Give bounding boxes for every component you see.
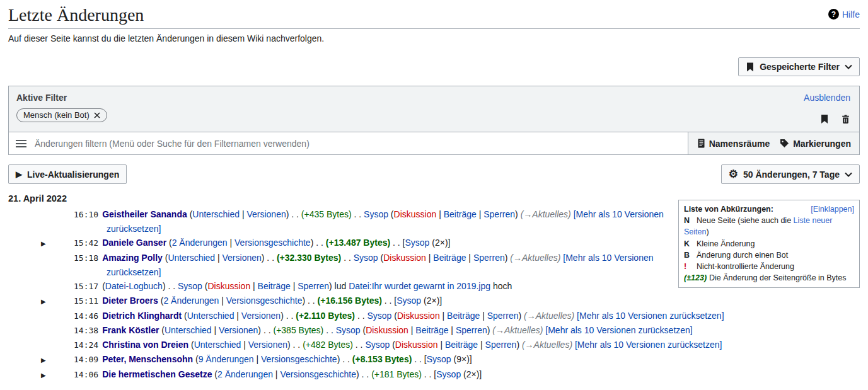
link[interactable]: Sperren [485,340,517,350]
namespaces-label: Namensräume [709,139,770,149]
link[interactable]: Versionsgeschichte [280,369,356,379]
page-title-link[interactable]: Daniele Ganser [102,238,166,248]
link[interactable]: Versionsgeschichte [261,354,337,364]
red-link[interactable]: Diskussion [383,253,426,263]
link[interactable]: [Mehr als 10 Versionen zurücksetzen] [575,340,722,350]
link[interactable]: Sysop [365,340,390,350]
namespaces-icon [697,139,705,148]
link[interactable]: Sperren [487,311,519,321]
change-row: 14:24Christina von Dreien (Unterschied |… [8,338,860,352]
page-title-link[interactable]: Christina von Dreien [102,340,188,350]
byte-change: (+435 Bytes) [301,209,352,219]
link[interactable]: Sperren [483,209,515,219]
link[interactable]: 9 Änderungen [199,354,254,364]
timestamp: 15:42 [74,238,98,248]
collapse-arrow-icon[interactable]: ▶ [41,353,74,367]
link[interactable]: Datei-Logbuch [105,281,163,291]
text: . . [ [412,354,426,364]
text: ( [188,340,194,350]
link[interactable]: [Mehr als 10 Versionen zurücksetzen] [577,311,724,321]
menu-icon[interactable] [16,140,26,147]
red-link[interactable]: Diskussion [397,311,440,321]
changes-days-settings-button[interactable]: ⚙ 50 Änderungen, 7 Tage [721,164,860,184]
link[interactable]: Beiträge [433,253,466,263]
page-title-link[interactable]: Peter, Menschensohn [102,354,193,364]
tags-button[interactable]: Markierungen [780,139,851,149]
hide-filters-link[interactable]: Ausblenden [804,93,850,103]
link[interactable]: Versionen [241,311,281,321]
link[interactable]: Sysop [396,295,421,306]
link[interactable]: Versionsgeschichte [226,295,303,306]
text: | [480,311,487,321]
page-title-link[interactable]: Dieter Broers [102,295,158,306]
link[interactable]: Sysop [178,281,202,291]
collapse-arrow-icon[interactable]: ▶ [41,237,74,251]
red-link[interactable]: Diskussion [366,325,408,335]
text: | [408,325,415,335]
link[interactable]: Sysop [436,369,461,379]
live-updates-button[interactable]: ▶ Live-Aktualisierungen [8,164,127,184]
link[interactable]: Sysop [367,311,392,321]
chevron-down-icon [845,64,852,69]
trash-icon[interactable] [841,114,850,124]
text: ( [378,253,384,263]
timestamp: 15:11 [74,296,98,306]
red-link[interactable]: Diskussion [394,209,437,219]
link[interactable]: [Mehr als 10 Versionen zurücksetzen] [545,325,692,335]
namespace-tag-controls: Namensräume Markierungen [688,132,859,154]
link[interactable]: Unterschied [165,325,212,335]
red-link[interactable]: Diskussion [395,340,438,350]
text: Kleine Änderung [697,239,755,248]
link[interactable]: Beiträge [258,281,291,291]
link[interactable]: Sysop [427,354,451,364]
link[interactable]: Sysop [364,209,388,219]
link[interactable]: Unterschied [192,209,240,219]
link[interactable]: Unterschied [187,311,234,321]
link[interactable]: Unterschied [168,253,215,263]
link[interactable]: Beiträge [445,340,478,350]
namespaces-button[interactable]: Namensräume [697,139,770,149]
link[interactable]: Beiträge [447,311,480,321]
link[interactable]: Sperren [298,281,329,291]
filter-search-input[interactable] [33,138,681,149]
collapse-arrow-icon[interactable]: ▶ [41,295,74,309]
link[interactable]: Sperren [473,253,505,263]
link[interactable]: Sysop [354,253,378,263]
page-title-link[interactable]: Die hermetischen Gesetze [102,369,212,379]
link[interactable]: 2 Änderungen [172,238,228,248]
page-title-link[interactable]: Amazing Polly [102,253,163,263]
close-icon[interactable] [94,112,100,118]
text: . . [353,340,365,350]
filter-chip-human[interactable]: Mensch (kein Bot) [16,108,107,122]
page-title-link[interactable]: Dietrich Klinghardt [102,311,182,321]
link[interactable]: Datei:Ihr wurdet gewarnt in 2019.jpg [349,281,490,291]
text: ) . . [281,311,296,321]
text: . . [ [422,369,436,379]
collapse-arrow-icon[interactable]: ▶ [41,369,74,382]
text: ) [519,311,524,321]
legend-collapse-link[interactable]: [Einklappen] [811,204,854,215]
saved-filters-button[interactable]: Gespeicherte Filter [738,57,860,76]
link[interactable]: Sysop [405,238,429,248]
link[interactable]: Versionen [219,325,258,335]
link[interactable]: Beiträge [415,325,448,335]
link[interactable]: Sperren [456,325,487,335]
text: ( [159,325,165,335]
page-title-link[interactable]: Frank Köstler [102,325,159,335]
link[interactable]: Unterschied [194,340,241,350]
link[interactable]: Versionen [246,209,286,219]
page-title-link[interactable]: Geistheiler Sananda [102,209,187,219]
link[interactable]: Sysop [336,325,361,335]
link[interactable]: Versionsgeschichte [234,238,311,248]
link[interactable]: 2 Änderungen [163,295,219,306]
change-row: 14:46Dietrich Klinghardt (Unterschied | … [8,309,860,323]
link[interactable]: 2 Änderungen [217,369,273,379]
red-link[interactable]: Diskussion [207,281,250,291]
timestamp: 15:17 [74,282,98,291]
bookmark-icon[interactable] [820,114,829,124]
help-link[interactable]: ? Hilfe [828,9,860,20]
gear-icon: ⚙ [729,169,738,180]
link[interactable]: Beiträge [444,209,477,219]
link[interactable]: Versionen [248,340,287,350]
link[interactable]: Versionen [223,253,262,263]
